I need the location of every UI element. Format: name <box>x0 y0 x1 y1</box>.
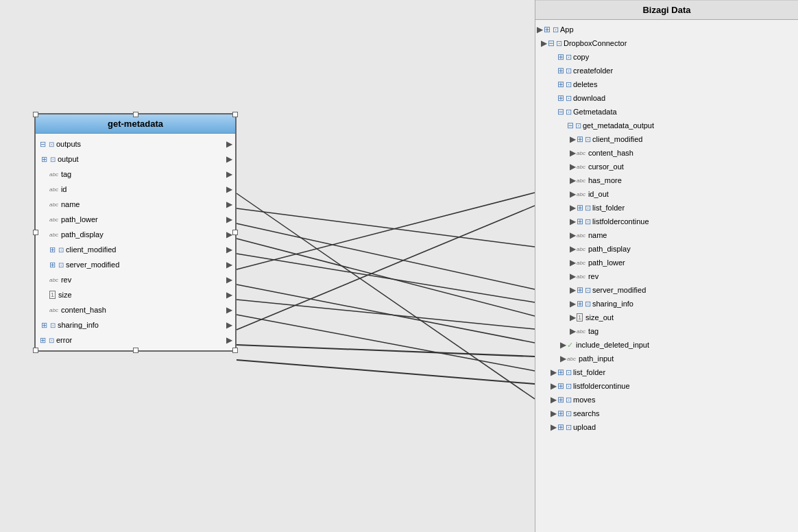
plus-icon <box>41 321 47 330</box>
expand-arrow[interactable]: ▶ <box>559 340 567 350</box>
tree-item-tag[interactable]: ▶ abc tag <box>535 324 798 338</box>
connector-arrow: ▶ <box>226 290 232 300</box>
tree-item-path-lower[interactable]: ▶ abc path_lower <box>535 256 798 269</box>
node-row-error[interactable]: ⊡ error ▶ <box>36 332 235 348</box>
expand-arrow[interactable]: ▶ <box>568 162 577 171</box>
expand-arrow[interactable]: ▶ <box>568 271 577 281</box>
expand-arrow[interactable]: ▶ <box>559 354 567 363</box>
tree-item-id-out[interactable]: ▶ abc id_out <box>535 187 798 201</box>
expand-arrow[interactable]: ▶ <box>568 244 577 254</box>
expand-arrow[interactable]: ▶ <box>549 395 557 404</box>
folder-icon2: ⊡ <box>556 39 562 48</box>
item-label: upload <box>573 423 596 431</box>
node-row-size[interactable]: 1 size ▶ <box>36 287 235 302</box>
expand-arrow[interactable]: ▶ <box>568 217 577 226</box>
node-row-path-lower[interactable]: abc path_lower ▶ <box>36 212 235 227</box>
node-row-output[interactable]: ⊡ output ▶ <box>36 152 235 167</box>
folder-icon2: ⊡ <box>585 135 591 144</box>
expand-arrow[interactable]: ▶ <box>540 38 548 48</box>
tree-item-size-out[interactable]: ▶ 1 size_out <box>535 311 798 324</box>
node-row-rev[interactable]: abc rev ▶ <box>36 272 235 287</box>
tree-item-download[interactable]: ⊞ ⊡ download <box>535 91 798 105</box>
plus-icon <box>41 155 47 164</box>
tree-item-searchs[interactable]: ▶ ⊞ ⊡ searchs <box>535 407 798 420</box>
expand-arrow[interactable]: ▶ <box>568 299 577 309</box>
tree-item-list-folder2[interactable]: ▶ ⊞ ⊡ list_folder <box>535 365 798 379</box>
folder-icon2: ⊡ <box>566 409 572 418</box>
tree-item-dropbox[interactable]: ▶ ⊟ ⊡ DropboxConnector <box>535 36 798 50</box>
node-row-path-display[interactable]: abc path_display ▶ <box>36 227 235 242</box>
minus-icon: ⊟ <box>557 107 564 117</box>
tree-item-rev[interactable]: ▶ abc rev <box>535 269 798 283</box>
row-label: tag <box>61 170 71 178</box>
tree-item-client-modified[interactable]: ▶ ⊞ ⊡ client_modified <box>535 132 798 146</box>
node-row-tag[interactable]: abc tag ▶ <box>36 167 235 182</box>
folder-icon: ⊡ <box>50 156 56 163</box>
node-row-sharing-info[interactable]: ⊡ sharing_info ▶ <box>36 317 235 332</box>
expand-arrow[interactable]: ▶ <box>549 409 557 418</box>
node-row-client-modified[interactable]: ⊡ client_modified ▶ <box>36 242 235 257</box>
plus-icon: ⊞ <box>577 134 583 144</box>
expand-arrow[interactable]: ▶ <box>549 381 557 391</box>
tree-item-copy[interactable]: ⊞ ⊡ copy <box>535 50 798 64</box>
tree-item-path-input[interactable]: ▶ abc path_input <box>535 352 798 365</box>
expand-arrow[interactable]: ▶ <box>549 367 557 377</box>
row-label: path_display <box>61 230 104 239</box>
tree-item-path-display[interactable]: ▶ abc path_display <box>535 242 798 256</box>
tree-item-include-deleted[interactable]: ▶ ✓ include_deleted_input <box>535 338 798 352</box>
tree-item-list-folder[interactable]: ▶ ⊞ ⊡ list_folder <box>535 201 798 215</box>
expand-arrow[interactable]: ▶ <box>568 203 577 213</box>
node-row-server-modified[interactable]: ⊡ server_modified ▶ <box>36 257 235 272</box>
expand-arrow[interactable]: ▶ <box>568 189 577 199</box>
node-box[interactable]: get-metadata ⊡ outputs ▶ ⊡ output ▶ abc … <box>34 113 237 352</box>
handle-tl[interactable] <box>33 112 38 117</box>
node-body: ⊡ outputs ▶ ⊡ output ▶ abc tag ▶ abc id <box>36 134 235 350</box>
handle-bm[interactable] <box>133 348 138 353</box>
folder-icon2: ⊡ <box>566 396 572 404</box>
expand-arrow[interactable]: ▶ <box>568 148 577 158</box>
expand-arrow[interactable]: ▶ <box>568 258 577 267</box>
item-label: listfoldercontinue <box>592 217 649 226</box>
expand-arrow[interactable]: ▶ <box>568 230 577 240</box>
tree-item-sharing-info[interactable]: ▶ ⊞ ⊡ sharing_info <box>535 297 798 311</box>
node-row-name[interactable]: abc name ▶ <box>36 197 235 212</box>
expand-arrow[interactable]: ▶ <box>568 285 577 295</box>
handle-br[interactable] <box>232 348 238 353</box>
tree-item-moves[interactable]: ▶ ⊞ ⊡ moves <box>535 393 798 407</box>
node-row-outputs[interactable]: ⊡ outputs ▶ <box>36 136 235 152</box>
expand-arrow[interactable]: ▶ <box>568 176 577 185</box>
tree-item-server-modified[interactable]: ▶ ⊞ ⊡ server_modified <box>535 283 798 297</box>
handle-bl[interactable] <box>33 348 38 353</box>
node-row-id[interactable]: abc id ▶ <box>36 182 235 197</box>
handle-tm[interactable] <box>133 112 138 117</box>
tree-item-get-metadata-output[interactable]: ⊟ ⊡ get_metadata_output <box>535 119 798 132</box>
expand-arrow[interactable]: ▶ <box>549 422 557 432</box>
tree-item-cursor-out[interactable]: ▶ abc cursor_out <box>535 160 798 173</box>
tree-item-content-hash[interactable]: ▶ abc content_hash <box>535 146 798 160</box>
folder-icon2: ⊡ <box>566 368 572 377</box>
tree-item-upload[interactable]: ▶ ⊞ ⊡ upload <box>535 420 798 434</box>
expand-arrow[interactable]: ▶ <box>568 134 577 144</box>
plus-icon: ⊞ <box>557 422 564 432</box>
svg-line-6 <box>237 285 535 343</box>
item-label: list_folder <box>573 368 605 376</box>
abc-icon: abc <box>49 202 58 208</box>
folder-icon2: ⊡ <box>566 382 572 391</box>
expand-arrow[interactable]: ▶ <box>568 326 577 336</box>
tree-item-name[interactable]: ▶ abc name <box>535 228 798 242</box>
tree-item-has-more[interactable]: ▶ abc has_more <box>535 173 798 187</box>
tree-item-deletes[interactable]: ⊞ ⊡ deletes <box>535 77 798 91</box>
tree-item-listfoldercontinue[interactable]: ▶ ⊞ ⊡ listfoldercontinue <box>535 215 798 228</box>
tree-item-app[interactable]: ▶ ⊞ ⊡ App <box>535 23 798 36</box>
tree-item-listfoldercontinue2[interactable]: ▶ ⊞ ⊡ listfoldercontinue <box>535 379 798 393</box>
handle-tr[interactable] <box>232 112 238 117</box>
plus-icon: ⊞ <box>577 299 583 309</box>
tree-container[interactable]: ▶ ⊞ ⊡ App ▶ ⊟ ⊡ DropboxConnector ⊞ ⊡ cop… <box>535 20 798 530</box>
expand-arrow[interactable]: ▶ <box>535 25 544 34</box>
expand-arrow[interactable]: ▶ <box>568 313 577 322</box>
folder-icon2: ⊡ <box>585 286 591 295</box>
tree-item-getmetadata[interactable]: ⊟ ⊡ Getmetadata <box>535 105 798 119</box>
plus-icon: ⊞ <box>577 203 583 213</box>
tree-item-createfolder[interactable]: ⊞ ⊡ createfolder <box>535 64 798 77</box>
node-row-content-hash[interactable]: abc content_hash ▶ <box>36 302 235 317</box>
